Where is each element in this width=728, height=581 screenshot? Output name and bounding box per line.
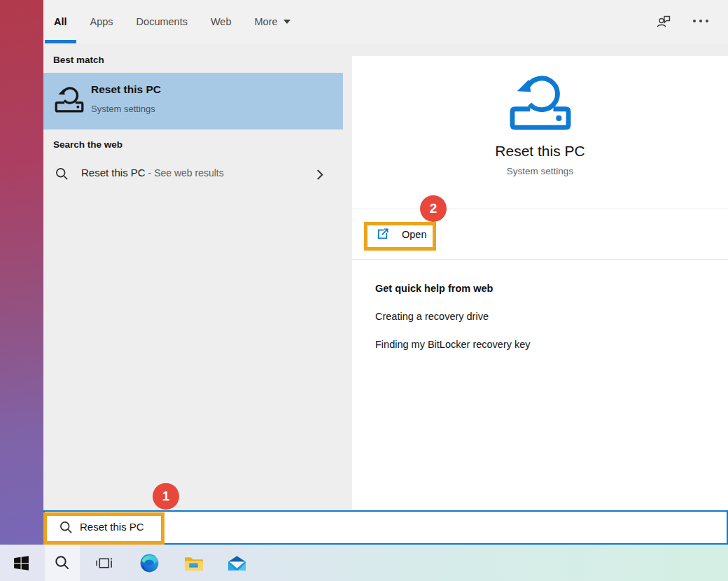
tab-all[interactable]: All bbox=[54, 0, 67, 43]
more-options-icon[interactable] bbox=[693, 20, 708, 22]
best-match-header: Best match bbox=[53, 55, 104, 65]
tab-all-label: All bbox=[54, 16, 67, 27]
search-input-value: Reset this PC bbox=[80, 521, 144, 533]
tab-documents-label: Documents bbox=[136, 16, 188, 27]
task-view-icon bbox=[94, 554, 113, 573]
result-title: Reset this PC bbox=[91, 83, 161, 96]
windows-search-screen: All Apps Documents Web More Best match R… bbox=[0, 0, 728, 581]
web-search-result[interactable]: Reset this PC - See web results bbox=[43, 158, 343, 191]
chevron-right-icon[interactable] bbox=[312, 167, 328, 182]
quick-help-header: Get quick help from web bbox=[375, 283, 728, 294]
preview-card: Reset this PC System settings bbox=[352, 56, 728, 209]
open-action-label: Open bbox=[402, 229, 426, 240]
tab-web-label: Web bbox=[211, 16, 232, 27]
best-match-result-reset-this-pc[interactable]: Reset this PC System settings bbox=[43, 73, 343, 130]
search-filter-tabbar: All Apps Documents Web More bbox=[43, 0, 728, 43]
tab-web[interactable]: Web bbox=[211, 0, 232, 43]
search-icon bbox=[54, 554, 71, 571]
task-view-button[interactable] bbox=[93, 545, 114, 581]
preview-panel: Reset this PC System settings Open Get q… bbox=[352, 56, 728, 510]
reset-pc-icon bbox=[54, 85, 85, 113]
tab-apps-label: Apps bbox=[90, 16, 113, 27]
taskbar bbox=[0, 545, 728, 581]
tab-more-label: More bbox=[255, 16, 278, 27]
tab-more[interactable]: More bbox=[255, 0, 290, 43]
web-result-suffix: - See web results bbox=[146, 167, 224, 178]
edge-browser-icon bbox=[140, 554, 159, 573]
help-link-bitlocker-key[interactable]: Finding my BitLocker recovery key bbox=[375, 339, 728, 350]
tab-apps[interactable]: Apps bbox=[90, 0, 113, 43]
open-external-icon bbox=[375, 227, 390, 241]
preview-title: Reset this PC bbox=[495, 143, 584, 160]
mail-button[interactable] bbox=[225, 545, 248, 581]
file-explorer-icon bbox=[183, 554, 204, 572]
edge-browser-button[interactable] bbox=[139, 545, 160, 581]
result-subtitle: System settings bbox=[91, 104, 155, 114]
search-results-panel: Best match Reset this PC System settings… bbox=[43, 43, 343, 510]
web-result-text: Reset this PC - See web results bbox=[81, 167, 224, 178]
open-action-button[interactable]: Open bbox=[352, 209, 728, 260]
search-icon bbox=[55, 167, 69, 181]
web-result-query: Reset this PC bbox=[81, 167, 146, 178]
file-explorer-button[interactable] bbox=[182, 545, 204, 581]
desktop-wallpaper-strip bbox=[0, 0, 43, 545]
tab-list: All Apps Documents Web More bbox=[54, 0, 290, 43]
help-link-recovery-drive[interactable]: Creating a recovery drive bbox=[375, 311, 728, 322]
tab-documents[interactable]: Documents bbox=[136, 0, 188, 43]
mail-icon bbox=[227, 554, 247, 572]
taskbar-search-button[interactable] bbox=[46, 545, 78, 581]
windows-logo-icon bbox=[13, 554, 30, 572]
search-icon bbox=[59, 520, 74, 535]
reset-pc-icon bbox=[507, 73, 573, 132]
quick-help-section: Get quick help from web Creating a recov… bbox=[352, 260, 728, 350]
taskbar-search-input[interactable]: Reset this PC bbox=[43, 510, 728, 545]
start-button[interactable] bbox=[11, 545, 31, 581]
chevron-down-icon bbox=[284, 20, 290, 24]
search-the-web-header: Search the web bbox=[53, 139, 122, 150]
preview-subtitle: System settings bbox=[507, 166, 573, 176]
search-flyout: All Apps Documents Web More Best match R… bbox=[43, 0, 728, 545]
feedback-icon[interactable] bbox=[655, 13, 672, 30]
